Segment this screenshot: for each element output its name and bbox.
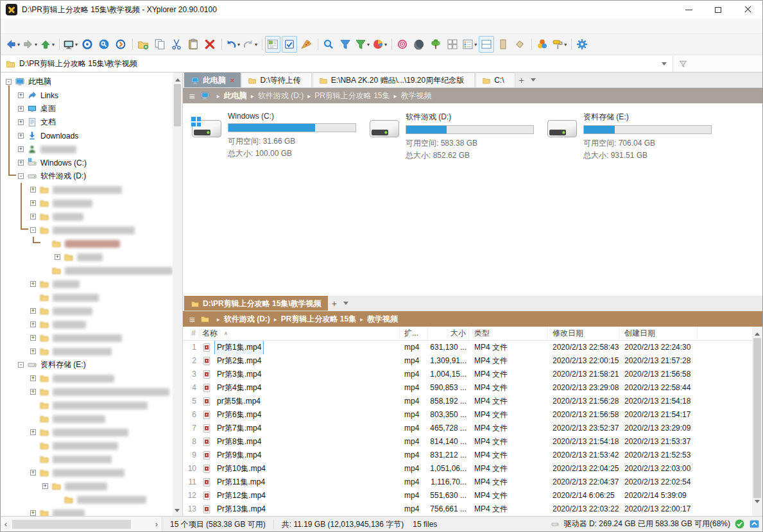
col-name-header[interactable]: 名称∧ [200, 327, 400, 340]
tree-item[interactable]: + [1, 250, 173, 264]
toolbar-button-delete[interactable]: ▾ [202, 36, 218, 53]
tree-expander[interactable]: + [30, 375, 36, 381]
file-row-Pr第2集.mp4[interactable]: 2 Pr第2集.mp4 mp4 1,309,91... MP4 文件 2020/… [183, 354, 752, 368]
toolbar-button-go-to-computer[interactable]: ▾ [62, 36, 78, 53]
tree-item[interactable] [1, 439, 173, 452]
tree-expander[interactable]: + [30, 200, 36, 206]
maximize-button[interactable] [703, 1, 733, 19]
toolbar-button-forward[interactable]: ▾ [22, 36, 38, 53]
file-row-Pr第12集.mp4[interactable]: 12 Pr第12集.mp4 mp4 551,630 ... MP4 文件 202… [183, 489, 752, 502]
tree-expander[interactable]: + [30, 214, 36, 219]
tree-item[interactable]: + [1, 466, 173, 479]
drive-entry-软件游戏 (D:)[interactable]: 软件游戏 (D:) 可用空间: 583.38 GB 总大小: 852.62 GB [370, 111, 547, 296]
breadcrumb-item[interactable]: 教学视频 [367, 314, 398, 323]
tree-item[interactable] [1, 493, 173, 506]
file-list-scrollbar[interactable] [752, 327, 762, 517]
tree-expander[interactable]: + [30, 389, 36, 395]
breadcrumb-menu-icon[interactable]: ≡ [189, 90, 195, 101]
tree-expander[interactable]: - [6, 79, 12, 85]
scrollbar-thumb[interactable] [753, 338, 761, 498]
toolbar-button-visual-filter[interactable]: ▾ [338, 36, 353, 53]
tree-item[interactable]: + [1, 183, 173, 196]
tree-item[interactable] [1, 237, 173, 250]
col-num-header[interactable]: # [183, 327, 200, 340]
scroll-down-arrow[interactable] [175, 509, 180, 515]
toolbar-button-undo[interactable]: ▾ [225, 36, 241, 53]
col-size-header[interactable]: 大小 [428, 327, 469, 340]
visual-filter-box[interactable] [673, 56, 762, 72]
tree-item[interactable]: - [1, 223, 173, 237]
scrollbar-thumb[interactable] [12, 520, 131, 529]
tree-expander[interactable]: + [30, 187, 36, 193]
toolbar-button-spot-and-jump[interactable]: ▾ [395, 36, 410, 53]
tree-item[interactable]: + [1, 304, 173, 318]
drive-entry-资料存储 (E:)[interactable]: 资料存储 (E:) 可用空间: 706.04 GB 总大小: 931.51 GB [547, 111, 725, 296]
toolbar-button-color-filters[interactable]: ▾ [535, 36, 550, 53]
tree-item[interactable]: + [1, 277, 173, 291]
tree-item[interactable]: + [1, 479, 173, 493]
file-row-Pr第7集.mp4[interactable]: 7 Pr第7集.mp4 mp4 465,728 ... MP4 文件 2020/… [183, 422, 752, 435]
tree-expander[interactable]: + [30, 429, 36, 435]
tab[interactable]: D:\等待上传 [241, 73, 311, 87]
tab-list-dropdown[interactable] [343, 302, 348, 307]
tree-item[interactable]: + [1, 196, 173, 210]
tree-expander[interactable]: + [18, 160, 24, 166]
breadcrumb-item[interactable]: PR剪辑上分攻略 15集 [314, 91, 390, 100]
toolbar-button-back[interactable]: ▾ [4, 36, 21, 53]
toolbar-button-details-view[interactable]: ▾ [461, 36, 477, 53]
file-row-Pr第10集.mp4[interactable]: 10 Pr第10集.mp4 mp4 1,051,06... MP4 文件 202… [183, 462, 752, 476]
breadcrumb-menu-icon[interactable]: ≡ [189, 314, 195, 325]
tree-expander[interactable]: + [55, 254, 60, 260]
scroll-right-arrow[interactable]: › [151, 520, 162, 529]
tree-expander[interactable]: + [18, 92, 24, 98]
toolbar-button-find[interactable]: ▾ [96, 36, 112, 53]
tree-item[interactable]: + Downloads [1, 129, 173, 142]
menu-item[interactable] [96, 19, 107, 34]
toolbar-button-configuration[interactable]: ▾ [574, 36, 590, 53]
file-row-Pr第3集.mp4[interactable]: 3 Pr第3集.mp4 mp4 1,004,15... MP4 文件 2020/… [183, 368, 752, 381]
menu-item[interactable] [142, 19, 153, 34]
tab[interactable]: E:\NBA 2K.20 赠品\...\19.20周年纪念版 [313, 73, 475, 87]
address-dropdown-button[interactable] [656, 56, 673, 72]
scroll-up-arrow[interactable] [755, 330, 760, 336]
tree-expander[interactable]: - [30, 227, 36, 233]
scrollbar-track[interactable] [11, 520, 151, 529]
tree-expander[interactable]: + [18, 133, 24, 139]
file-row-Pr第6集.mp4[interactable]: 6 Pr第6集.mp4 mp4 803,350 ... MP4 文件 2020/… [183, 408, 752, 422]
tree-item[interactable]: + Links [1, 89, 173, 102]
scroll-up-arrow[interactable] [175, 76, 180, 82]
tree-expander[interactable]: + [18, 119, 24, 125]
tree-expander[interactable]: + [30, 308, 36, 314]
scroll-left-arrow[interactable]: ‹ [1, 520, 11, 529]
tree-item[interactable]: - 软件游戏 (D:) [1, 169, 173, 183]
tree-item[interactable]: + [1, 142, 173, 156]
tree-expander[interactable]: + [30, 348, 36, 354]
menu-item[interactable] [38, 19, 49, 34]
menu-item[interactable] [3, 19, 15, 34]
tree-expander[interactable]: - [18, 173, 24, 179]
tab[interactable]: 此电脑 × [184, 73, 241, 87]
toolbar-button-power-filter[interactable]: ▾ [354, 36, 370, 53]
toolbar-button-reports[interactable]: ▾ [372, 36, 388, 53]
new-tab-button[interactable]: + [332, 298, 337, 309]
toolbar-button-copy[interactable]: ▾ [152, 36, 167, 53]
tree-item[interactable]: + [1, 372, 173, 385]
tree-item[interactable]: + [1, 331, 173, 345]
tree-item[interactable]: - 此电脑 [1, 75, 173, 89]
toolbar-button-paste[interactable]: ▾ [185, 36, 201, 53]
tree-item[interactable]: + [1, 318, 173, 331]
tree-item[interactable] [1, 264, 173, 277]
tree-horizontal-scrollbar[interactable]: ‹ › [1, 517, 162, 531]
tree-expander[interactable]: + [30, 510, 36, 516]
toolbar-button-single-pane[interactable]: ▾ [495, 36, 511, 53]
tree-expander[interactable]: + [30, 470, 36, 476]
tree-item[interactable]: + [1, 345, 173, 358]
tree-item[interactable]: + [1, 425, 173, 439]
tree-expander[interactable]: + [30, 281, 36, 287]
col-type-header[interactable]: 类型 [469, 327, 547, 340]
toolbar-button-horizontal-panes[interactable]: ▾ [479, 36, 494, 53]
close-button[interactable] [733, 1, 762, 19]
breadcrumb-item[interactable]: PR剪辑上分攻略 15集 [281, 314, 356, 323]
tab-close-icon[interactable]: × [230, 77, 234, 84]
toolbar-button-new-folder[interactable]: ▾ [135, 36, 151, 53]
